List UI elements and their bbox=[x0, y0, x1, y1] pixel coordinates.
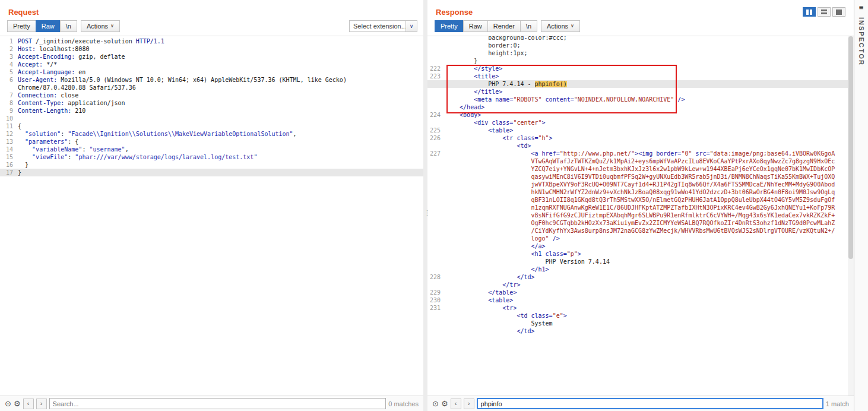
request-match-count: 0 matches bbox=[388, 400, 419, 407]
line-number bbox=[427, 227, 445, 235]
menu-icon[interactable]: ≡ bbox=[859, 4, 864, 11]
code-line: <meta name="ROBOTS" content="NOINDEX,NOF… bbox=[427, 96, 854, 103]
request-search-input[interactable] bbox=[49, 398, 387, 409]
request-actions-group: Actions ∨ bbox=[81, 20, 120, 32]
line-number: 11 bbox=[0, 122, 18, 130]
line-number: 4 bbox=[0, 61, 18, 68]
scrollbar-thumb[interactable] bbox=[848, 36, 853, 259]
line-number: 17 bbox=[0, 169, 18, 176]
line-number bbox=[427, 36, 445, 42]
actions-button[interactable]: Actions ∨ bbox=[81, 20, 120, 32]
code-line: hkN1wCMHN2rWfYZ2dnWz9+vXchNkJzBoaQ08xqg9… bbox=[427, 188, 854, 196]
code-line: 13 "parameters": { bbox=[0, 138, 423, 146]
code-line: 222 </style> bbox=[427, 65, 854, 72]
chevron-down-icon: ∨ bbox=[571, 24, 574, 29]
request-editor[interactable]: 1POST /_ignition/execute-solution HTTP/1… bbox=[0, 36, 423, 396]
prev-match-button[interactable]: ‹ bbox=[451, 399, 461, 409]
line-number bbox=[427, 49, 445, 57]
line-number bbox=[427, 211, 445, 219]
line-number bbox=[427, 235, 445, 242]
tab-render[interactable]: Render bbox=[487, 20, 521, 32]
line-number bbox=[427, 88, 445, 96]
layout-columns-button[interactable] bbox=[803, 7, 816, 17]
tab-newline[interactable]: \n bbox=[60, 20, 77, 32]
line-number bbox=[427, 142, 445, 150]
line-number: 227 bbox=[427, 150, 445, 157]
code-line: 223 <title> bbox=[427, 72, 854, 80]
code-line: 15 "viewFile": "phar:///var/www/storage/… bbox=[0, 153, 423, 161]
actions-button[interactable]: Actions ∨ bbox=[541, 20, 580, 32]
tab-raw[interactable]: Raw bbox=[463, 20, 488, 32]
code-line: 9Content-Length: 210 bbox=[0, 107, 423, 115]
code-line: border:0; bbox=[427, 42, 854, 49]
line-number: 15 bbox=[0, 153, 18, 161]
line-number bbox=[427, 327, 445, 335]
code-line: 10 bbox=[0, 115, 423, 122]
extension-select[interactable]: Select extension... ∨ bbox=[349, 20, 417, 32]
rows-icon bbox=[821, 10, 827, 14]
next-match-button[interactable]: › bbox=[464, 399, 474, 409]
line-number bbox=[0, 84, 18, 91]
code-line: </head> bbox=[427, 103, 854, 111]
code-line: background-color:#ccc; bbox=[427, 36, 854, 42]
layout-rows-button[interactable] bbox=[818, 7, 831, 17]
code-line: 4Accept: */* bbox=[0, 61, 423, 68]
line-number: 222 bbox=[427, 65, 445, 72]
inspector-label: INSPECTOR bbox=[858, 17, 865, 66]
panel-divider[interactable]: ⋮ bbox=[423, 0, 427, 411]
tab-raw-label: Raw bbox=[42, 23, 55, 30]
line-number: 3 bbox=[0, 53, 18, 61]
code-line: } bbox=[427, 57, 854, 65]
code-line: System bbox=[427, 320, 854, 327]
line-number bbox=[427, 250, 445, 258]
repeater-workspace: Request Pretty Raw \n Actions ∨ Select e… bbox=[0, 0, 868, 411]
code-line: </a> bbox=[427, 242, 854, 250]
tab-pretty[interactable]: Pretty bbox=[7, 20, 36, 32]
line-number: 230 bbox=[427, 296, 445, 304]
tab-pretty[interactable]: Pretty bbox=[435, 20, 464, 32]
response-code: background-color:#ccc; border:0; height:… bbox=[427, 36, 854, 396]
target-icon[interactable]: ⊙ bbox=[5, 400, 11, 407]
response-actions-group: Actions ∨ bbox=[541, 20, 580, 32]
line-number: 229 bbox=[427, 289, 445, 296]
line-number bbox=[427, 242, 445, 250]
code-line: 17} bbox=[0, 169, 423, 176]
code-line: jwVTXBpeXVY9oF3RcUQ+O09NT7Cayf1d4+RJ1P42… bbox=[427, 181, 854, 188]
code-line: 11{ bbox=[0, 122, 423, 130]
code-line: </title> bbox=[427, 88, 854, 96]
code-line: 224 <body> bbox=[427, 111, 854, 119]
tab-newline[interactable]: \n bbox=[520, 20, 537, 32]
line-number: 2 bbox=[0, 45, 18, 53]
response-editor[interactable]: background-color:#ccc; border:0; height:… bbox=[427, 36, 854, 396]
code-line: 225 <table> bbox=[427, 127, 854, 134]
code-line: PHP 7.4.14 - phpinfo() bbox=[427, 80, 854, 88]
actions-button-label: Actions bbox=[547, 23, 568, 30]
tab-newline-label: \n bbox=[66, 23, 71, 30]
chevron-down-icon[interactable]: ∨ bbox=[406, 20, 417, 32]
code-line: 5Accept-Language: en bbox=[0, 68, 423, 76]
gear-icon[interactable]: ⚙ bbox=[441, 400, 448, 407]
next-match-button[interactable]: › bbox=[36, 399, 47, 409]
response-scrollbar[interactable] bbox=[848, 36, 854, 396]
code-line: <h1 class="p"> bbox=[427, 250, 854, 258]
code-line: <td class="e"> bbox=[427, 312, 854, 320]
line-number bbox=[427, 181, 445, 188]
code-line: qasywiMEnC8iV6I9VTDi0uqbmfPFSq2W+gyUNXuE… bbox=[427, 173, 854, 181]
line-number: 16 bbox=[0, 161, 18, 169]
line-number bbox=[427, 204, 445, 211]
code-line: 14 "variableName": "username", bbox=[0, 146, 423, 153]
inspector-panel[interactable]: ≡ INSPECTOR bbox=[854, 0, 868, 411]
code-line: VTwGAqWTafJzTWTKZmQuZ/k1MpAi2+eys6mpWfVa… bbox=[427, 157, 854, 165]
prev-match-button[interactable]: ‹ bbox=[23, 399, 34, 409]
request-view-tabs: Pretty Raw \n bbox=[7, 20, 77, 32]
tab-render-label: Render bbox=[493, 23, 515, 30]
gear-icon[interactable]: ⚙ bbox=[14, 400, 21, 407]
line-number: 224 bbox=[427, 111, 445, 119]
target-icon[interactable]: ⊙ bbox=[432, 400, 439, 407]
request-tabs: Pretty Raw \n Actions ∨ Select extension… bbox=[0, 19, 423, 36]
line-number bbox=[427, 281, 445, 289]
response-search-input[interactable] bbox=[477, 398, 823, 409]
tab-raw[interactable]: Raw bbox=[36, 20, 61, 32]
code-line: n1zqmRXFNUGAnwKgReW1E1C/86UDJHFKptATZMPZ… bbox=[427, 204, 854, 211]
layout-single-button[interactable] bbox=[832, 7, 845, 17]
